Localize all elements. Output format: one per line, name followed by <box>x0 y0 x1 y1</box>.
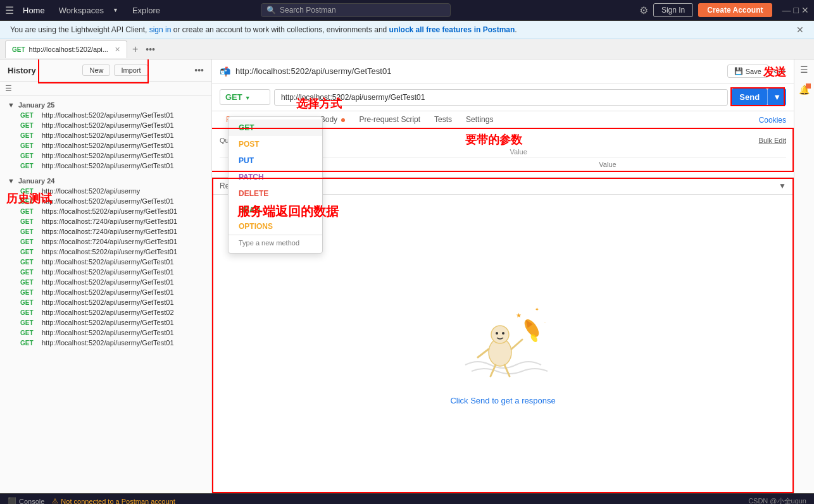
method-post[interactable]: POST <box>229 136 322 152</box>
workspaces-nav[interactable]: Workspaces ▼ <box>51 6 126 15</box>
home-nav[interactable]: Home <box>19 6 49 15</box>
date-label: January 24 <box>18 177 54 185</box>
history-item[interactable]: GEThttp://localhost:5202/api/usermy/GetT… <box>8 328 204 338</box>
signin-button[interactable]: Sign In <box>653 3 693 17</box>
save-icon: 💾 <box>734 67 743 75</box>
tab-method: GET <box>12 46 25 53</box>
explore-nav[interactable]: Explore <box>128 6 164 15</box>
save-button[interactable]: 💾 Save <box>727 65 768 78</box>
window-controls: — □ ✕ <box>782 5 809 15</box>
menu-icon[interactable]: ☰ <box>5 4 14 16</box>
method-patch[interactable]: PATCH <box>229 169 322 185</box>
history-item[interactable]: GEThttp://localhost:5202/api/usermy/GetT… <box>8 317 204 328</box>
param-value-input[interactable] <box>596 159 786 169</box>
send-link[interactable]: Send <box>470 396 489 405</box>
right-sidebar: ☰ 🔔 <box>794 59 814 493</box>
history-item[interactable]: GEThttp://localhost:5202/api/usermy/GetT… <box>8 161 204 171</box>
param-key-input[interactable] <box>406 159 596 169</box>
settings-button[interactable]: ⚙ <box>639 4 648 16</box>
signin-link[interactable]: sign in <box>149 25 172 34</box>
method-label: GET <box>225 92 242 102</box>
method-options[interactable]: OPTIONS <box>229 218 322 235</box>
history-item[interactable]: GEThttp://localhost:5202/api/usermy <box>8 186 204 196</box>
request-icon: 📬 <box>220 66 230 77</box>
send-button[interactable]: Send <box>732 89 767 106</box>
code-button[interactable]: </> <box>773 66 786 77</box>
minimize-button[interactable]: — <box>782 5 791 15</box>
filter-icon: ☰ <box>5 84 12 93</box>
notification-badge <box>806 83 811 89</box>
notifications-icon-wrap: 🔔 <box>796 82 812 97</box>
topbar: ☰ Home Workspaces ▼ Explore 🔍 Search Pos… <box>0 0 814 21</box>
search-bar[interactable]: 🔍 Search Postman <box>261 3 451 17</box>
history-item[interactable]: GEThttps://localhost:5202/api/usermy/Get… <box>8 206 204 216</box>
main-layout: History New Import 新建一个测试 ••• ☰ ▼ Januar… <box>0 59 814 493</box>
console-icon: ⬛ <box>8 497 16 504</box>
send-arrow-button[interactable]: ▼ <box>767 89 786 106</box>
history-item[interactable]: GEThttps://localhost:7240/api/usermy/Get… <box>8 216 204 226</box>
history-item[interactable]: GEThttps://localhost:5202/api/usermy/Get… <box>8 247 204 257</box>
banner-close[interactable]: ✕ <box>796 25 804 35</box>
tab-url: http://localhost:5202/api... <box>29 46 108 53</box>
response-chevron-icon[interactable]: ▼ <box>779 181 786 190</box>
tab-close-icon[interactable]: ✕ <box>115 46 120 54</box>
url-input[interactable] <box>274 89 728 106</box>
connection-status[interactable]: ⚠ Not connected to a Postman account <box>52 497 175 504</box>
history-item[interactable]: GEThttp://localhost:5202/api/usermy/GetT… <box>8 267 204 277</box>
topbar-right: ⚙ Sign In Create Account — □ ✕ <box>639 3 809 17</box>
more-tabs-button[interactable]: ••• <box>143 44 158 54</box>
create-account-button[interactable]: Create Account <box>698 3 772 17</box>
console-button[interactable]: ⬛ Console <box>8 497 44 504</box>
method-select[interactable]: GET GET POST PUT PATCH DELETE HEAD OPTIO… <box>220 89 270 105</box>
tab-tests[interactable]: Tests <box>428 111 458 129</box>
maximize-button[interactable]: □ <box>794 5 799 15</box>
history-item[interactable]: GEThttp://localhost:5202/api/usermy/GetT… <box>8 277 204 287</box>
history-item[interactable]: GEThttp://localhost:5202/api/usermy/GetT… <box>8 287 204 297</box>
svg-point-2 <box>496 332 498 335</box>
new-button[interactable]: New <box>82 65 110 76</box>
close-button[interactable]: ✕ <box>801 5 809 15</box>
sidebar-list: ▼ January 25 GEThttp://localhost:5202/ap… <box>0 96 211 493</box>
svg-text:·: · <box>544 320 546 324</box>
sidebar-title: History <box>8 66 36 75</box>
request-header-actions: 💾 Save </> <box>727 65 786 78</box>
method-dropdown: GET POST PUT PATCH DELETE HEAD OPTIONS <box>228 116 323 254</box>
history-item[interactable]: GEThttps://localhost:7204/api/usermy/Get… <box>8 237 204 247</box>
history-item[interactable]: GEThttp://localhost:5202/api/usermy/GetT… <box>8 257 204 267</box>
unlock-link[interactable]: unlock all free features in Postman <box>389 25 515 34</box>
svg-line-4 <box>478 349 489 357</box>
request-header: 📬 http://localhost:5202/api/usermy/GetTe… <box>212 59 794 83</box>
method-custom-input[interactable] <box>229 235 322 250</box>
history-item[interactable]: GEThttp://localhost:5202/api/usermy/GetT… <box>8 196 204 206</box>
history-item[interactable]: GEThttp://localhost:5202/api/usermy/GetT… <box>8 338 204 348</box>
collections-icon-wrap: ☰ <box>798 62 811 77</box>
response-cta: Click Send to get a response <box>450 396 555 405</box>
history-item[interactable]: GEThttp://localhost:5202/api/usermy/GetT… <box>8 120 204 130</box>
history-item[interactable]: GEThttp://localhost:5202/api/usermy/GetT… <box>8 297 204 307</box>
method-delete[interactable]: DELETE <box>229 185 322 202</box>
history-item[interactable]: GEThttp://localhost:5202/api/usermy/GetT… <box>8 151 204 161</box>
history-item[interactable]: GEThttp://localhost:5202/api/usermy/GetT… <box>8 130 204 140</box>
history-item[interactable]: GEThttp://localhost:5202/api/usermy/GetT… <box>8 307 204 317</box>
history-item[interactable]: GEThttp://localhost:5202/api/usermy/GetT… <box>8 140 204 151</box>
tab-settings[interactable]: Settings <box>460 111 499 129</box>
history-item[interactable]: GEThttps://localhost:7240/api/usermy/Get… <box>8 226 204 237</box>
date-header-jan25: ▼ January 25 <box>8 100 204 110</box>
svg-point-3 <box>502 332 504 335</box>
method-head[interactable]: HEAD <box>229 202 322 218</box>
bulk-edit-button[interactable]: Bulk Edit <box>759 137 786 144</box>
collections-button[interactable]: ☰ <box>798 62 811 77</box>
import-button[interactable]: Import <box>114 65 147 76</box>
method-put[interactable]: PUT <box>229 152 322 169</box>
cookies-link[interactable]: Cookies <box>759 116 786 125</box>
tab-pre-request-script[interactable]: Pre-request Script <box>353 111 427 129</box>
date-group-jan25: ▼ January 25 GEThttp://localhost:5202/ap… <box>0 96 211 172</box>
method-get[interactable]: GET <box>229 120 322 136</box>
sidebar-more-button[interactable]: ••• <box>194 65 204 75</box>
add-tab-button[interactable]: + <box>128 44 142 55</box>
history-item[interactable]: GEThttp://localhost:5202/api/usermy/GetT… <box>8 110 204 120</box>
date-header-jan24: ▼ January 24 <box>8 176 204 186</box>
send-button-group: Send ▼ 发送 <box>732 89 786 106</box>
active-tab[interactable]: GET http://localhost:5202/api... ✕ <box>5 40 127 58</box>
url-bar: GET GET POST PUT PATCH DELETE HEAD OPTIO… <box>212 83 794 111</box>
